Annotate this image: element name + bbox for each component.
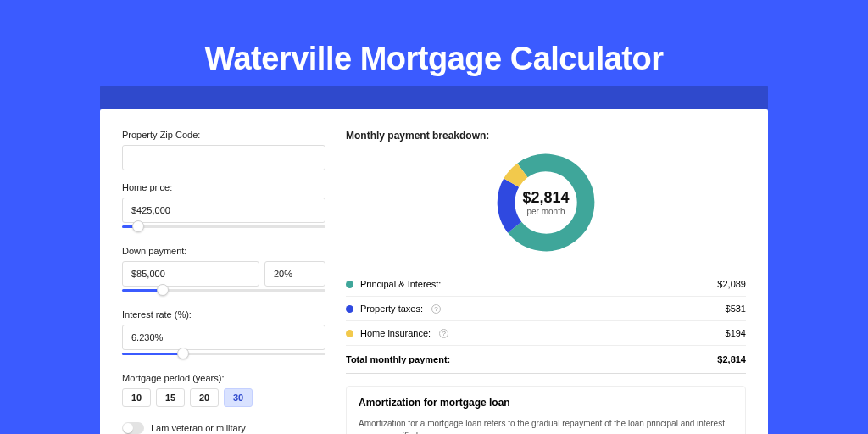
interest-label: Interest rate (%): (122, 309, 326, 320)
help-icon[interactable]: ? (439, 329, 448, 338)
home-price-input[interactable] (122, 198, 326, 223)
zip-field: Property Zip Code: (122, 130, 326, 170)
legend-label: Property taxes: (360, 303, 423, 314)
veteran-row: I am veteran or military (122, 422, 326, 434)
home-price-slider[interactable] (122, 222, 326, 234)
legend-dot (346, 330, 353, 337)
slider-thumb[interactable] (132, 220, 144, 232)
legend: Principal & Interest:$2,089Property taxe… (346, 272, 746, 346)
legend-value: $2,089 (717, 279, 746, 289)
total-value: $2,814 (717, 354, 746, 364)
home-price-label: Home price: (122, 182, 326, 192)
hero-accent-bar (100, 86, 768, 109)
help-icon[interactable]: ? (431, 304, 441, 314)
veteran-toggle[interactable] (122, 422, 144, 434)
veteran-label: I am veteran or military (151, 423, 246, 433)
donut-chart: $2,814 per month (346, 150, 746, 255)
total-label: Total monthly payment: (346, 354, 450, 364)
period-option-30[interactable]: 30 (224, 388, 253, 407)
breakdown-column: Monthly payment breakdown: $2,814 per mo… (346, 130, 746, 434)
form-column: Property Zip Code: Home price: Down paym… (122, 130, 326, 434)
zip-input[interactable] (122, 145, 326, 170)
slider-thumb[interactable] (157, 284, 169, 296)
period-label: Mortgage period (years): (122, 373, 326, 383)
amortization-title: Amortization for mortgage loan (359, 397, 733, 409)
legend-label: Principal & Interest: (360, 279, 441, 289)
home-price-field: Home price: (122, 182, 326, 234)
slider-thumb[interactable] (177, 348, 189, 359)
period-group: 10152030 (122, 388, 326, 407)
down-payment-input[interactable] (122, 261, 259, 287)
breakdown-title: Monthly payment breakdown: (346, 130, 746, 142)
donut-sub: per month (526, 207, 565, 216)
total-row: Total monthly payment: $2,814 (346, 346, 746, 374)
interest-slider[interactable] (122, 349, 326, 361)
page-title: Waterville Mortgage Calculator (0, 41, 868, 77)
interest-input[interactable] (122, 325, 326, 350)
period-option-10[interactable]: 10 (122, 388, 151, 407)
legend-value: $194 (726, 328, 746, 338)
period-option-15[interactable]: 15 (156, 388, 185, 407)
down-payment-pct-input[interactable] (264, 261, 326, 287)
legend-label: Home insurance: (360, 328, 431, 338)
legend-row: Home insurance:?$194 (346, 321, 746, 346)
legend-row: Principal & Interest:$2,089 (346, 272, 746, 297)
legend-dot (346, 305, 353, 313)
down-payment-field: Down payment: (122, 246, 326, 298)
amortization-text: Amortization for a mortgage loan refers … (359, 417, 733, 434)
calculator-card: Property Zip Code: Home price: Down paym… (100, 109, 768, 434)
zip-label: Property Zip Code: (122, 130, 326, 140)
legend-row: Property taxes:?$531 (346, 297, 746, 321)
legend-value: $531 (726, 303, 746, 314)
down-payment-label: Down payment: (122, 246, 326, 256)
period-option-20[interactable]: 20 (190, 388, 219, 407)
donut-amount: $2,814 (522, 189, 569, 207)
period-field: Mortgage period (years): 10152030 (122, 373, 326, 407)
down-payment-slider[interactable] (122, 286, 326, 298)
legend-dot (346, 281, 353, 288)
amortization-section: Amortization for mortgage loan Amortizat… (346, 386, 746, 434)
interest-field: Interest rate (%): (122, 309, 326, 361)
